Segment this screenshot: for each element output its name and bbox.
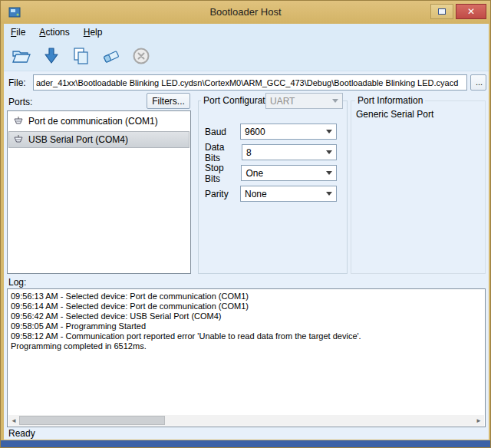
- protocol-select: UART: [265, 93, 343, 109]
- port-item-label: Port de communication (COM1): [28, 116, 158, 127]
- parity-row: Parity None: [205, 186, 337, 202]
- log-line: 09:56:14 AM - Selected device: Port de c…: [11, 301, 482, 311]
- log-line: 09:58:05 AM - Programming Started: [11, 321, 482, 331]
- log-line: 09:56:13 AM - Selected device: Port de c…: [11, 292, 482, 301]
- maximize-icon: [438, 8, 446, 15]
- baud-row: Baud 9600: [205, 124, 337, 140]
- abort-button: [130, 44, 153, 68]
- status-bar: Ready: [4, 427, 489, 440]
- log-label: Log:: [8, 277, 26, 288]
- copy-pages-icon: [71, 46, 91, 66]
- verify-button[interactable]: [70, 44, 93, 68]
- close-icon: ✕: [467, 7, 475, 16]
- erase-button[interactable]: [100, 44, 123, 68]
- app-window: Bootloader Host ✕ File Actions Help: [0, 0, 491, 448]
- stop-bits-label: Stop Bits: [205, 163, 241, 184]
- data-bits-select[interactable]: 8: [242, 144, 337, 160]
- serial-port-icon: [13, 116, 24, 127]
- menu-file[interactable]: File: [4, 25, 32, 40]
- baud-value: 9600: [245, 127, 265, 137]
- status-text: Ready: [4, 428, 35, 439]
- toolbar: [4, 41, 489, 71]
- title-bar[interactable]: Bootloader Host ✕: [1, 1, 490, 24]
- parity-label: Parity: [205, 189, 229, 199]
- scrollbar-thumb[interactable]: [19, 416, 165, 425]
- log-line: Programming completed in 6512ms.: [11, 341, 482, 351]
- data-bits-label: Data Bits: [205, 142, 242, 163]
- maximize-button[interactable]: [430, 4, 453, 19]
- menu-help[interactable]: Help: [77, 25, 110, 40]
- file-path-input[interactable]: [33, 74, 467, 91]
- data-bits-row: Data Bits 8: [205, 144, 337, 160]
- browse-button[interactable]: ...: [470, 74, 486, 91]
- baud-select[interactable]: 9600: [240, 124, 337, 140]
- menu-bar: File Actions Help: [4, 24, 489, 41]
- log-line: 09:58:12 AM - Communication port reporte…: [11, 331, 482, 341]
- stop-bits-select[interactable]: One: [241, 165, 337, 181]
- program-button[interactable]: [40, 44, 63, 68]
- eraser-icon: [101, 46, 121, 66]
- log-line: 09:56:42 AM - Selected device: USB Seria…: [11, 311, 482, 321]
- open-file-button[interactable]: [10, 44, 33, 68]
- baud-label: Baud: [205, 127, 226, 137]
- download-arrow-icon: [41, 46, 61, 66]
- port-information-title: Port Information: [355, 95, 425, 106]
- log-horizontal-scrollbar[interactable]: ◄ ►: [8, 415, 484, 426]
- stop-bits-value: One: [246, 168, 263, 179]
- chevron-down-icon: [326, 150, 332, 154]
- port-information-text: Generic Serial Port: [356, 109, 433, 120]
- stop-bits-row: Stop Bits One: [205, 165, 337, 181]
- port-item-com4[interactable]: USB Serial Port (COM4): [8, 131, 189, 148]
- log-output[interactable]: 09:56:13 AM - Selected device: Port de c…: [7, 288, 486, 427]
- chevron-down-icon: [332, 99, 338, 103]
- scroll-left-icon[interactable]: ◄: [8, 415, 19, 426]
- window-title: Bootloader Host: [1, 6, 490, 18]
- file-label: File:: [8, 77, 26, 88]
- abort-circle-x-icon: [131, 46, 151, 66]
- client-area: File Actions Help: [4, 24, 489, 440]
- menu-actions[interactable]: Actions: [32, 25, 76, 40]
- taskbar-strip: [1, 440, 490, 447]
- ports-label: Ports:: [8, 97, 32, 107]
- serial-port-icon: [13, 134, 24, 145]
- scroll-right-icon[interactable]: ►: [473, 415, 484, 426]
- open-folder-icon: [12, 46, 31, 66]
- close-button[interactable]: ✕: [456, 4, 486, 19]
- port-item-label: USB Serial Port (COM4): [28, 134, 128, 145]
- filters-button[interactable]: Filters...: [147, 93, 190, 109]
- chevron-down-icon: [326, 192, 332, 196]
- parity-select[interactable]: None: [240, 186, 337, 202]
- protocol-value: UART: [270, 96, 295, 107]
- port-item-com1[interactable]: Port de communication (COM1): [8, 113, 189, 130]
- port-information-group: [351, 100, 486, 274]
- chevron-down-icon: [326, 171, 332, 175]
- chevron-down-icon: [326, 130, 332, 133]
- ports-list: Port de communication (COM1) USB Serial …: [7, 110, 191, 274]
- data-bits-value: 8: [246, 147, 252, 158]
- parity-value: None: [245, 189, 267, 199]
